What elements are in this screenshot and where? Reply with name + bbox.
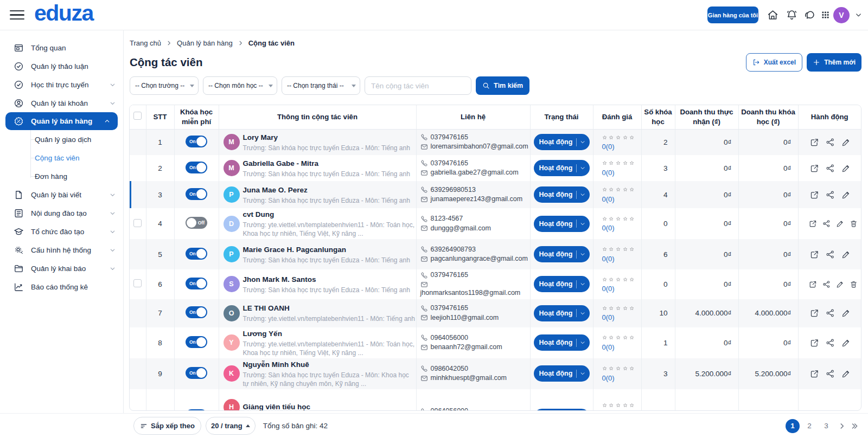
page-size-select[interactable]: 20 / trang bbox=[206, 417, 256, 435]
open-external-icon[interactable] bbox=[810, 308, 819, 318]
apps-grid-icon[interactable] bbox=[821, 10, 830, 20]
account-chevron-down-icon[interactable] bbox=[855, 11, 862, 18]
share-icon[interactable] bbox=[826, 138, 835, 147]
status-dropdown[interactable]: Hoạt động bbox=[534, 365, 590, 382]
sort-by-button[interactable]: Sắp xếp theo bbox=[133, 417, 201, 435]
edit-icon[interactable] bbox=[841, 308, 851, 318]
sidebar-item-quan-ly-tai-khoan[interactable]: Quản lý tài khoản bbox=[0, 94, 123, 112]
sidebar-item-quan-ly-bai-viet[interactable]: Quản lý bài viết bbox=[0, 185, 123, 204]
open-external-icon[interactable] bbox=[810, 138, 819, 147]
sidebar-item-to-chuc-dao-tao[interactable]: Tổ chức đào tạo bbox=[0, 222, 123, 241]
status-dropdown[interactable]: Hoạt động bbox=[534, 305, 590, 321]
free-course-toggle[interactable]: On bbox=[186, 278, 207, 289]
rating-count-link[interactable]: 0(0) bbox=[602, 195, 615, 203]
status-dropdown[interactable]: Hoạt động bbox=[534, 216, 590, 232]
rating-count-link[interactable]: 0(0) bbox=[602, 285, 615, 293]
sidebar-item-cau-hinh-he-thong[interactable]: Cấu hình hệ thống bbox=[0, 241, 123, 259]
subject-select[interactable]: -- Chọn môn học -- bbox=[203, 76, 277, 95]
free-course-toggle[interactable]: On bbox=[186, 306, 207, 318]
status-dropdown[interactable]: Hoạt động bbox=[534, 409, 590, 411]
rating-count-link[interactable]: 0(0) bbox=[602, 313, 615, 321]
open-external-icon[interactable] bbox=[810, 410, 819, 411]
row-checkbox[interactable] bbox=[133, 219, 142, 227]
page-button-2[interactable]: 2 bbox=[802, 419, 816, 433]
status-dropdown[interactable]: Hoạt động bbox=[534, 186, 590, 203]
open-external-icon[interactable] bbox=[810, 190, 819, 199]
delete-icon[interactable] bbox=[850, 280, 858, 289]
sidebar-item-quan-ly-khai-bao[interactable]: Quản lý khai báo bbox=[0, 259, 123, 278]
sidebar-item-quan-ly-ban-hang[interactable]: Quản lý bán hàng bbox=[5, 112, 118, 130]
free-course-toggle[interactable]: On bbox=[186, 367, 207, 379]
user-avatar[interactable]: V bbox=[833, 7, 850, 23]
open-external-icon[interactable] bbox=[810, 369, 819, 378]
share-icon[interactable] bbox=[826, 369, 835, 378]
last-page-icon[interactable] bbox=[851, 422, 858, 430]
share-icon[interactable] bbox=[826, 164, 835, 173]
status-dropdown[interactable]: Hoạt động bbox=[534, 160, 590, 176]
free-course-toggle[interactable]: On bbox=[186, 409, 207, 411]
rating-count-link[interactable]: 0(0) bbox=[602, 343, 615, 351]
free-course-toggle[interactable]: On bbox=[186, 188, 207, 200]
sidebar-item-noi-dung-dao-tao[interactable]: Nội dung đào tạo bbox=[0, 204, 123, 222]
rating-count-link[interactable]: 0(0) bbox=[602, 169, 615, 177]
row-checkbox[interactable] bbox=[133, 279, 142, 287]
open-external-icon[interactable] bbox=[810, 250, 819, 259]
status-dropdown[interactable]: Hoạt động bbox=[534, 246, 590, 262]
share-icon[interactable] bbox=[826, 308, 835, 318]
share-icon[interactable] bbox=[822, 280, 831, 289]
status-dropdown[interactable]: Hoạt động bbox=[534, 334, 590, 351]
edit-icon[interactable] bbox=[841, 250, 851, 259]
status-dropdown[interactable]: Hoạt động bbox=[534, 276, 590, 292]
breadcrumb-home[interactable]: Trang chủ bbox=[130, 39, 161, 47]
sidebar-item-quan-ly-thao-luan[interactable]: Quản lý thảo luận bbox=[0, 57, 123, 75]
edit-icon[interactable] bbox=[836, 280, 844, 289]
page-button-3[interactable]: 3 bbox=[819, 419, 833, 433]
collaborator-name-input[interactable] bbox=[365, 76, 471, 95]
status-select[interactable]: -- Chọn trạng thái -- bbox=[282, 76, 360, 95]
school-select[interactable]: -- Chọn trường -- bbox=[130, 76, 199, 95]
share-icon[interactable] bbox=[826, 190, 835, 199]
open-external-icon[interactable] bbox=[810, 338, 819, 347]
edit-icon[interactable] bbox=[841, 190, 851, 199]
open-external-icon[interactable] bbox=[810, 164, 819, 173]
select-all-checkbox[interactable] bbox=[133, 112, 142, 120]
breadcrumb-sales[interactable]: Quản lý bán hàng bbox=[177, 39, 233, 47]
edit-icon[interactable] bbox=[841, 138, 851, 147]
export-excel-button[interactable]: Xuất excel bbox=[746, 53, 802, 72]
delete-icon[interactable] bbox=[850, 219, 858, 228]
my-store-button[interactable]: Gian hàng của tôi bbox=[707, 7, 758, 23]
rating-count-link[interactable]: 0(0) bbox=[602, 374, 615, 382]
free-course-toggle[interactable]: Off bbox=[186, 217, 207, 229]
sidebar-item-hoc-thi-truc-tuyen[interactable]: Học thi trực tuyến bbox=[0, 75, 123, 94]
edit-icon[interactable] bbox=[841, 338, 851, 347]
rating-count-link[interactable]: 0(0) bbox=[602, 143, 615, 151]
free-course-toggle[interactable]: On bbox=[186, 248, 207, 260]
home-icon[interactable] bbox=[767, 9, 778, 21]
open-external-icon[interactable] bbox=[809, 219, 817, 228]
edit-icon[interactable] bbox=[841, 410, 851, 411]
edit-icon[interactable] bbox=[841, 164, 851, 173]
rating-count-link[interactable]: 0(0) bbox=[602, 255, 615, 263]
sidebar-item-bao-cao-thong-ke[interactable]: Báo cáo thống kê bbox=[0, 278, 123, 296]
notifications-icon[interactable] bbox=[786, 9, 797, 21]
share-icon[interactable] bbox=[826, 338, 835, 347]
add-new-button[interactable]: Thêm mới bbox=[807, 53, 861, 72]
share-icon[interactable] bbox=[826, 250, 835, 259]
sidebar-subitem-quan-ly-giao-dich[interactable]: Quản lý giao dịch bbox=[0, 130, 123, 149]
page-button-1[interactable]: 1 bbox=[786, 419, 800, 433]
rating-count-link[interactable]: 0(0) bbox=[602, 224, 615, 232]
next-page-icon[interactable] bbox=[838, 422, 846, 430]
share-icon[interactable] bbox=[826, 410, 835, 411]
menu-toggle-icon[interactable] bbox=[10, 8, 25, 23]
sidebar-subitem-cong-tac-vien[interactable]: Cộng tác viên bbox=[0, 149, 123, 167]
status-dropdown[interactable]: Hoạt động bbox=[534, 134, 590, 150]
search-button[interactable]: Tìm kiếm bbox=[476, 76, 529, 95]
sidebar-item-tong-quan[interactable]: Tổng quan bbox=[0, 38, 123, 57]
free-course-toggle[interactable]: On bbox=[186, 162, 207, 173]
free-course-toggle[interactable]: On bbox=[186, 336, 207, 348]
sidebar-subitem-don-hang[interactable]: Đơn hàng bbox=[0, 167, 123, 185]
free-course-toggle[interactable]: On bbox=[186, 136, 207, 147]
share-icon[interactable] bbox=[822, 219, 831, 228]
edit-icon[interactable] bbox=[841, 369, 851, 378]
app-logo[interactable]: eduza bbox=[34, 2, 93, 28]
